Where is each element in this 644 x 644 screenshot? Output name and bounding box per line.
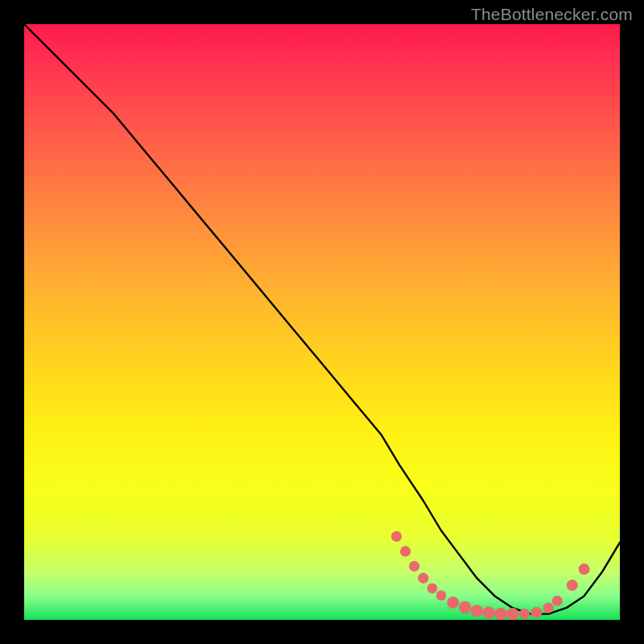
marker-dot: [427, 583, 438, 593]
marker-dot: [567, 580, 578, 591]
marker-dot: [418, 573, 428, 584]
marker-dot: [506, 608, 518, 620]
plot-area: [24, 24, 620, 620]
marker-dot: [483, 606, 495, 618]
marker-dot: [552, 596, 563, 606]
marker-dot: [409, 561, 419, 572]
curve-line: [24, 24, 620, 614]
marker-dot: [447, 597, 459, 609]
marker-dot: [400, 546, 411, 556]
marker-dot: [519, 609, 530, 619]
marker-dot: [459, 601, 471, 613]
marker-dot: [579, 564, 590, 575]
marker-dot: [530, 607, 542, 618]
chart-svg: [24, 24, 620, 620]
marker-dot: [436, 590, 447, 601]
watermark-text: TheBottlenecker.com: [471, 5, 633, 24]
chart-frame: TheBottlenecker.com: [0, 0, 644, 644]
marker-dot: [543, 603, 554, 613]
marker-dot: [494, 608, 506, 620]
marker-dot: [391, 531, 402, 542]
marker-dot: [471, 605, 483, 617]
